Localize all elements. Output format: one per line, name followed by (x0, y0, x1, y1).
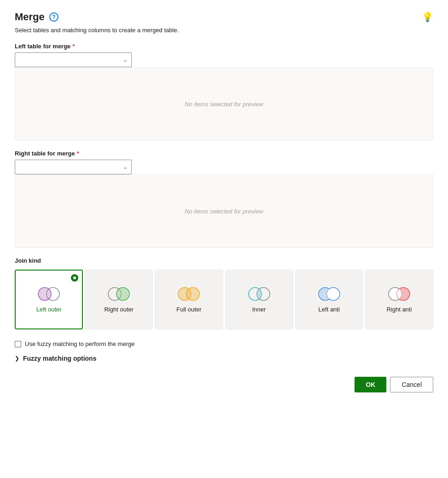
right-preview-empty-text: No items selected for preview (185, 208, 263, 215)
right-table-chevron-icon: ⌄ (123, 164, 128, 170)
right-anti-venn-icon (387, 286, 412, 302)
left-anti-label: Left anti (319, 306, 340, 314)
right-table-dropdown[interactable]: ⌄ (15, 160, 132, 174)
left-preview-empty-text: No items selected for preview (185, 101, 263, 108)
right-outer-label: Right outer (104, 306, 134, 314)
right-anti-label: Right anti (386, 306, 412, 314)
right-table-preview: No items selected for preview (15, 174, 433, 248)
left-table-chevron-icon: ⌄ (123, 57, 128, 63)
lightbulb-icon[interactable]: 💡 (422, 12, 433, 23)
svg-point-3 (116, 288, 129, 300)
title-area: Merge ? (15, 11, 58, 23)
right-table-label: Right table for merge * (15, 150, 433, 157)
fuzzy-checkbox[interactable] (15, 341, 21, 347)
fuzzy-checkbox-label: Use fuzzy matching to perform the merge (25, 340, 134, 347)
dialog-footer: OK Cancel (15, 377, 433, 392)
inner-venn-icon (247, 286, 272, 302)
join-card-right-anti[interactable]: Right anti (365, 270, 433, 329)
join-card-right-outer[interactable]: Right outer (85, 270, 153, 329)
fuzzy-checkbox-row: Use fuzzy matching to perform the merge (15, 340, 433, 347)
fuzzy-options-expander[interactable]: ❯ Fuzzy matching options (15, 355, 433, 362)
svg-point-5 (186, 288, 199, 300)
help-icon[interactable]: ? (49, 12, 58, 22)
join-kind-grid: Left outer Right outer Full outer Inner (15, 270, 433, 329)
join-kind-label: Join kind (15, 257, 433, 264)
svg-point-0 (38, 288, 51, 300)
right-table-required: * (77, 150, 79, 157)
dialog-header: Merge ? 💡 (15, 11, 433, 23)
dialog-title: Merge (15, 11, 45, 23)
chevron-right-icon: ❯ (15, 355, 19, 362)
selected-indicator (71, 274, 78, 282)
inner-label: Inner (252, 306, 266, 314)
cancel-button[interactable]: Cancel (390, 377, 433, 392)
join-card-inner[interactable]: Inner (225, 270, 293, 329)
join-card-left-anti[interactable]: Left anti (295, 270, 363, 329)
left-anti-venn-icon (317, 286, 342, 302)
left-table-preview: No items selected for preview (15, 67, 433, 141)
full-outer-label: Full outer (176, 306, 201, 314)
left-table-label: Left table for merge * (15, 43, 433, 50)
join-card-full-outer[interactable]: Full outer (155, 270, 223, 329)
right-outer-venn-icon (106, 286, 131, 302)
ok-button[interactable]: OK (355, 377, 386, 392)
fuzzy-options-label: Fuzzy matching options (23, 355, 96, 362)
subtitle: Select tables and matching columns to cr… (15, 27, 433, 34)
join-card-left-outer[interactable]: Left outer (15, 270, 83, 329)
left-outer-label: Left outer (36, 306, 62, 314)
full-outer-venn-icon (176, 286, 201, 302)
left-outer-venn-icon (36, 286, 61, 302)
left-table-required: * (72, 43, 75, 50)
left-table-dropdown[interactable]: ⌄ (15, 52, 132, 67)
